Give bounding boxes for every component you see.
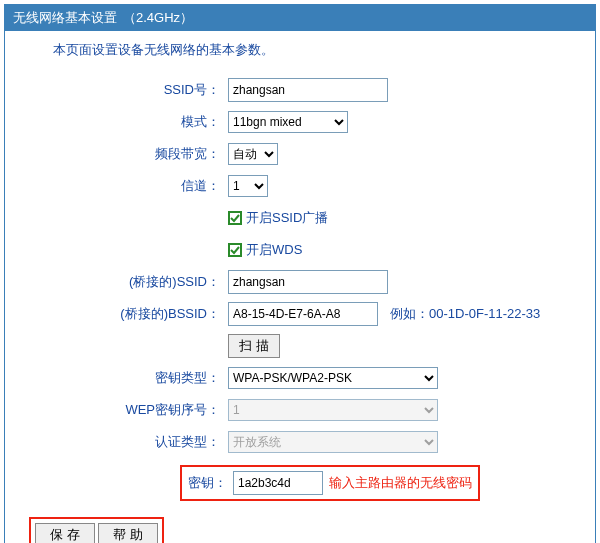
bridge-bssid-label: (桥接的)BSSID： — [25, 305, 228, 323]
ssid-input[interactable] — [228, 78, 388, 102]
wep-index-label: WEP密钥序号： — [25, 401, 228, 419]
help-button[interactable]: 帮 助 — [98, 523, 158, 543]
panel-band: （2.4GHz） — [123, 9, 193, 27]
wds-checkbox[interactable] — [228, 243, 242, 257]
ssid-broadcast-checkbox[interactable] — [228, 211, 242, 225]
save-button[interactable]: 保 存 — [35, 523, 95, 543]
panel-body: 本页面设置设备无线网络的基本参数。 SSID号： 模式： 11bgn mixed… — [5, 31, 595, 543]
key-type-select[interactable]: WPA-PSK/WPA2-PSK — [228, 367, 438, 389]
ssid-broadcast-label: 开启SSID广播 — [246, 209, 328, 227]
key-input[interactable] — [233, 471, 323, 495]
key-type-label: 密钥类型： — [25, 369, 228, 387]
wds-label: 开启WDS — [246, 241, 302, 259]
scan-button[interactable]: 扫 描 — [228, 334, 280, 358]
ssid-label: SSID号： — [25, 81, 228, 99]
channel-label: 信道： — [25, 177, 228, 195]
panel-title: 无线网络基本设置 — [13, 9, 117, 27]
panel-header: 无线网络基本设置 （2.4GHz） — [5, 5, 595, 31]
page-description: 本页面设置设备无线网络的基本参数。 — [53, 41, 575, 59]
key-label: 密钥： — [188, 474, 233, 492]
mode-select[interactable]: 11bgn mixed — [228, 111, 348, 133]
wireless-settings-panel: 无线网络基本设置 （2.4GHz） 本页面设置设备无线网络的基本参数。 SSID… — [4, 4, 596, 543]
key-highlight-box: 密钥： 输入主路由器的无线密码 — [180, 465, 480, 501]
action-highlight-box: 保 存 帮 助 — [29, 517, 164, 543]
bandwidth-select[interactable]: 自动 — [228, 143, 278, 165]
mode-label: 模式： — [25, 113, 228, 131]
bridge-bssid-input[interactable] — [228, 302, 378, 326]
auth-type-select: 开放系统 — [228, 431, 438, 453]
bridge-ssid-label: (桥接的)SSID： — [25, 273, 228, 291]
bssid-hint: 例如：00-1D-0F-11-22-33 — [390, 305, 540, 323]
channel-select[interactable]: 1 — [228, 175, 268, 197]
wep-index-select: 1 — [228, 399, 438, 421]
bridge-ssid-input[interactable] — [228, 270, 388, 294]
auth-type-label: 认证类型： — [25, 433, 228, 451]
bandwidth-label: 频段带宽： — [25, 145, 228, 163]
key-hint: 输入主路由器的无线密码 — [329, 474, 472, 492]
